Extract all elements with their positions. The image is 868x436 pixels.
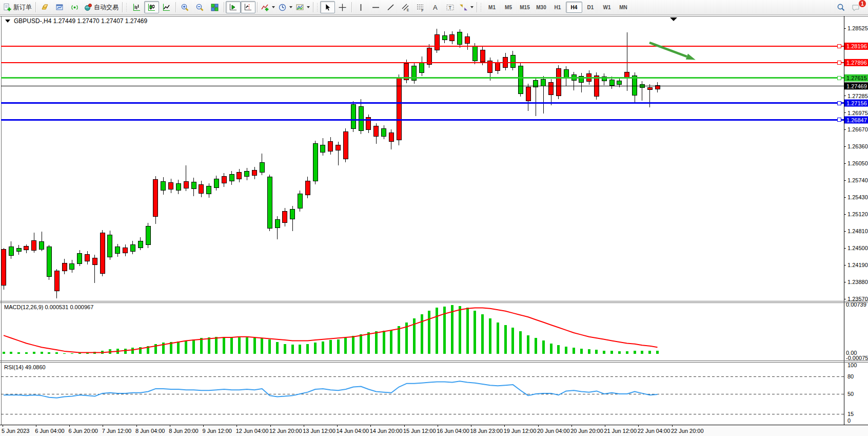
horizontal-line-icon[interactable] [368,1,383,13]
price-tick-label: 1.26975 [847,110,868,116]
candle-body [359,107,363,131]
equidistant-channel-icon[interactable]: E [398,1,413,13]
tf-h1[interactable]: H1 [549,2,566,13]
time-tick-label: 18 Jun 23:00 [470,428,503,434]
candle-body [382,128,386,136]
time-tick-label: 14 Jun 04:00 [337,428,369,434]
level-line-handle[interactable] [837,44,841,48]
candle-body [290,210,295,219]
time-tick-label: 6 Jun 04:00 [35,428,65,434]
candle-body [245,171,249,177]
candle-body [472,47,477,61]
toolbar-separator [224,2,224,12]
candle-body [526,87,530,101]
level-line-handle[interactable] [837,101,841,105]
candle-body [275,220,280,228]
vertical-line-icon[interactable] [353,1,368,13]
tf-m15[interactable]: M15 [517,2,533,13]
new-order-icon [3,3,12,12]
tf-m1[interactable]: M1 [484,2,500,13]
toolbar-separator [313,2,313,12]
arrows-icon[interactable] [458,1,475,13]
templates-icon[interactable] [294,1,311,13]
autotrading-icon[interactable]: 自动交易 [82,1,121,13]
candle-body [222,177,226,183]
dropdown-arrow-icon[interactable] [289,6,292,8]
crosshair-icon[interactable] [335,1,350,13]
candle-body [617,81,622,84]
candlestick-chart-icon [147,3,156,12]
chart-canvas[interactable]: 1.285251.272851.269751.266701.263601.260… [0,15,868,436]
tf-m5[interactable]: M5 [500,2,517,13]
indicators-icon [261,3,269,12]
cursor-icon [323,3,332,12]
text-icon[interactable]: A [428,1,443,13]
toolbar-grip[interactable] [317,3,319,12]
fibonacci-icon[interactable]: F [413,1,428,13]
candle-body [625,72,629,78]
level-line-handle[interactable] [837,76,841,80]
tf-h4[interactable]: H4 [566,2,582,13]
bar-chart-icon[interactable] [129,1,144,13]
history-center-icon[interactable] [37,1,52,13]
candle-body [70,264,74,270]
auto-scroll-icon[interactable] [226,1,241,13]
level-price-badge-label: 1.26847 [846,117,867,123]
level-line-handle[interactable] [837,61,841,64]
dropdown-arrow-icon[interactable] [307,6,310,8]
bid-price-badge-label: 1.27469 [846,83,867,89]
time-tick-label: 22 Jun 04:00 [638,428,670,434]
chart-shift-icon[interactable] [241,1,255,13]
templates-icon [295,3,304,12]
dropdown-arrow-icon[interactable] [272,6,275,8]
tf-mn[interactable]: MN [615,2,632,13]
candle-body [108,235,112,257]
candle-body [397,78,401,140]
candle-body [321,145,325,153]
candle-body [283,212,287,222]
time-tick-label: 19 Jun 12:00 [504,428,537,434]
candle-body [510,55,515,67]
time-tick-label: 8 Jun 04:00 [135,428,165,434]
periods-icon [278,3,287,12]
zoom-out-icon[interactable] [192,1,207,13]
tf-d1[interactable]: D1 [582,2,599,13]
toolbar-grip[interactable] [126,3,128,12]
candle-body [54,271,59,291]
signals-icon[interactable] [67,1,82,13]
trendline-icon[interactable] [383,1,398,13]
level-line-handle[interactable] [837,118,841,122]
candle-body [2,249,6,285]
dropdown-arrow-icon[interactable] [470,6,474,8]
candle-body [100,233,105,273]
chat-icon[interactable]: 1 [849,1,863,13]
text-label-icon[interactable]: T [443,1,458,13]
cursor-icon[interactable] [320,1,335,13]
toolbar-separator [351,2,352,12]
history-center-icon [41,3,49,12]
candle-body [496,63,500,71]
autotrading-label: 自动交易 [94,3,119,12]
tile-windows-icon[interactable] [207,1,222,13]
tf-m30[interactable]: M30 [533,2,549,13]
rsi-axis-label: 0 [847,418,851,424]
line-chart-icon[interactable] [159,1,174,13]
tile-windows-icon [210,3,219,12]
market-watch-icon[interactable] [52,1,67,13]
candlestick-chart-icon[interactable] [144,1,159,13]
indicators-icon[interactable] [259,1,277,13]
search-icon[interactable] [834,1,849,13]
market-watch-icon [55,3,64,12]
tf-w1[interactable]: W1 [599,2,615,13]
candle-body [549,83,554,94]
zoom-in-icon[interactable] [177,1,192,13]
periods-icon[interactable] [277,1,294,13]
candle-body [115,247,120,254]
new-order-icon[interactable]: 新订单 [2,1,34,13]
toolbar: 新订单自动交易EFATM1M5M15M30H1H4D1W1MN1 [0,0,868,15]
candle-body [184,181,188,188]
toolbar-grip[interactable] [480,3,482,12]
zoom-out-icon [195,3,204,12]
toolbar-separator [257,2,258,12]
crosshair-icon [338,3,347,12]
